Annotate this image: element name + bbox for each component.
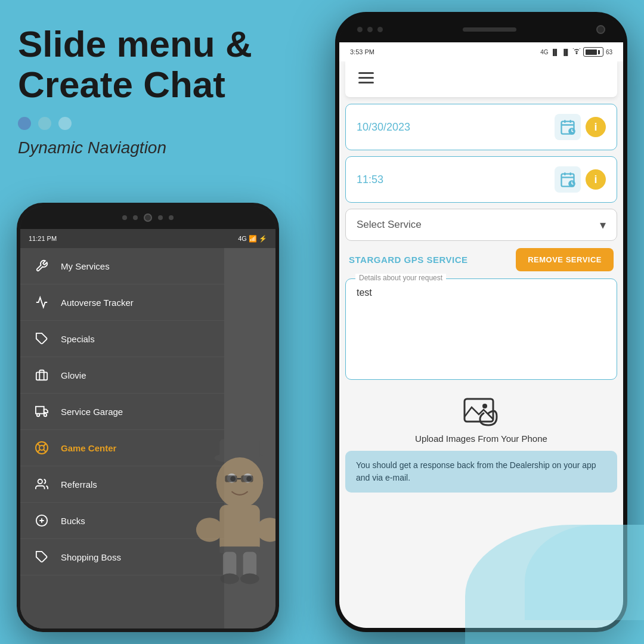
right-notch-dot-1 [357, 27, 363, 32]
right-status-icons: 4G ▐▌ ▐▌ 63 [540, 47, 612, 57]
date-info-badge[interactable]: i [586, 117, 606, 137]
menu-label-glovie: Glovie [61, 370, 86, 380]
left-phone-notch [20, 206, 275, 229]
svg-point-28 [256, 518, 279, 542]
svg-rect-38 [358, 77, 374, 79]
glovie-icon [33, 367, 50, 383]
menu-item-specials[interactable]: Specials [20, 321, 224, 357]
dot-3 [58, 117, 72, 130]
time-card-icons: i [555, 166, 606, 193]
right-speaker [463, 27, 516, 32]
svg-rect-37 [358, 72, 374, 74]
hamburger-menu-button[interactable] [358, 72, 604, 86]
svg-point-35 [240, 574, 259, 584]
time-value: 11:53 [357, 174, 383, 186]
select-service-label: Select Service [357, 219, 422, 231]
svg-point-51 [482, 404, 487, 408]
menu-label-autoverse-tracker: Autoverse Tracker [61, 298, 134, 308]
details-textarea-value[interactable]: test [357, 287, 606, 371]
dots-row [18, 117, 274, 130]
battery-percent: 63 [606, 49, 612, 55]
date-field-card[interactable]: 10/30/2023 i [345, 104, 617, 150]
time-calendar-icon [555, 166, 581, 193]
notch-dot-1 [122, 215, 127, 220]
svg-point-12 [38, 479, 42, 484]
svg-point-36 [576, 53, 577, 54]
svg-rect-39 [358, 82, 374, 83]
menu-label-my-services: My Services [61, 261, 110, 271]
notch-dot-2 [133, 215, 138, 220]
menu-item-glovie[interactable]: Glovie [20, 357, 224, 394]
svg-rect-1 [36, 372, 47, 380]
date-card-icons: i [555, 114, 606, 140]
bucks-icon [33, 512, 50, 529]
svg-point-6 [39, 445, 44, 450]
menu-label-game-center: Game Center [61, 443, 116, 453]
upload-images-icon [462, 395, 500, 429]
right-phone-status-bar: 3:53 PM 4G ▐▌ ▐▌ 63 [339, 42, 623, 61]
right-notch-dots [357, 27, 383, 32]
menu-label-referrals: Referrals [61, 479, 97, 490]
wifi-icon [572, 48, 581, 55]
svg-point-3 [37, 414, 40, 417]
svg-rect-18 [219, 439, 260, 460]
chevron-down-icon: ▾ [600, 218, 606, 232]
details-card[interactable]: Details about your request test [345, 278, 617, 380]
service-name-label: STARGARD GPS SERVICE [349, 255, 467, 265]
tracker-icon [33, 294, 50, 311]
specials-icon [33, 330, 50, 347]
shopping-boss-icon [33, 549, 50, 565]
mascot-image [186, 426, 279, 581]
dot-1 [18, 117, 31, 130]
dot-2 [38, 117, 51, 130]
menu-item-autoverse-tracker[interactable]: Autoverse Tracker [20, 284, 224, 321]
details-label: Details about your request [355, 274, 446, 282]
calendar-icon [555, 114, 581, 140]
menu-label-shopping-boss: Shopping Boss [61, 552, 121, 562]
upload-section[interactable]: Upload Images From Your Phone [339, 387, 623, 448]
menu-label-service-garage: Service Garage [61, 407, 123, 417]
remove-service-button[interactable]: REMOVE SERVICE [516, 248, 614, 271]
subtitle: Dynamic Naviagtion [18, 138, 274, 157]
signal-bars2-icon: ▐▌ [562, 49, 570, 55]
service-row: STARGARD GPS SERVICE REMOVE SERVICE [345, 248, 617, 271]
menu-label-bucks: Bucks [61, 516, 85, 526]
menu-item-service-garage[interactable]: Service Garage [20, 394, 224, 430]
menu-item-my-services[interactable]: My Services [20, 248, 224, 284]
left-status-icons: 4G 📶 ⚡ [238, 235, 267, 243]
svg-point-34 [220, 574, 239, 584]
time-calendar-icon-wrap [555, 166, 581, 193]
svg-rect-24 [225, 475, 237, 482]
svg-rect-25 [241, 475, 253, 482]
svg-point-30 [196, 518, 223, 542]
bottom-response-message: You should get a response back from the … [345, 451, 617, 493]
battery-tip [598, 50, 600, 54]
app-header [345, 61, 617, 98]
right-front-camera [596, 25, 605, 34]
signal-icon: 4G [540, 49, 548, 55]
svg-rect-2 [36, 407, 44, 414]
left-phone-content: My Services Autoverse Tracker Special [20, 248, 275, 628]
left-phone-status-bar: 11:21 PM 4G 📶 ⚡ [20, 229, 275, 248]
headline: Slide menu & Create Chat [18, 24, 274, 105]
time-field-card[interactable]: 11:53 i [345, 156, 617, 203]
svg-line-8 [44, 450, 46, 452]
svg-point-19 [216, 457, 264, 509]
left-status-time: 11:21 PM [29, 235, 57, 242]
calendar-clock-icon-wrap [555, 114, 581, 140]
svg-line-7 [38, 444, 40, 446]
time-info-badge[interactable]: i [586, 169, 606, 190]
battery-icon [583, 47, 603, 57]
right-phone-notch [339, 16, 623, 42]
svg-line-10 [44, 444, 46, 447]
select-service-dropdown[interactable]: Select Service ▾ [345, 209, 617, 241]
signal-bars-icon: ▐▌ [551, 49, 559, 55]
date-value: 10/30/2023 [357, 121, 410, 134]
svg-line-11 [38, 450, 40, 452]
referrals-icon [33, 476, 50, 493]
notch-dot-3 [158, 215, 163, 220]
svg-point-4 [44, 414, 47, 417]
upload-text-label: Upload Images From Your Phone [415, 434, 547, 444]
battery-fill [586, 49, 597, 55]
game-center-icon [33, 439, 50, 456]
